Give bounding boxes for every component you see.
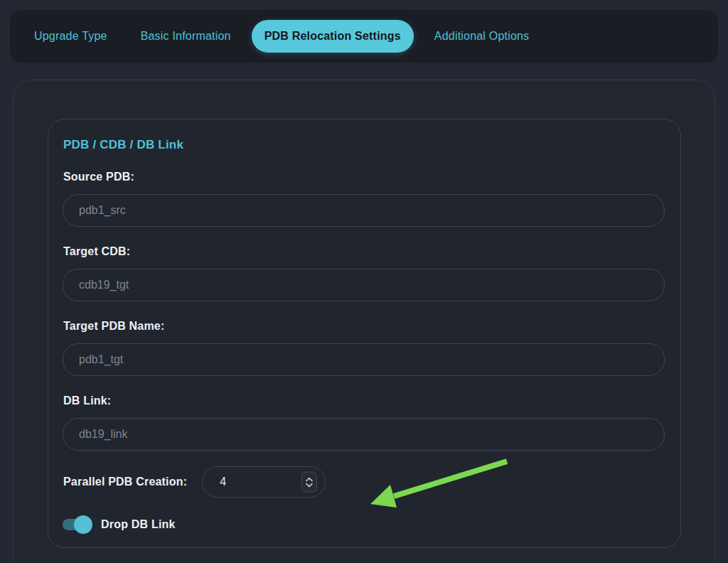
parallel-pdb-row: Parallel PDB Creation: <box>63 466 665 498</box>
target-cdb-input[interactable] <box>63 269 665 301</box>
tab-pdb-relocation-settings[interactable]: PDB Relocation Settings <box>252 20 414 53</box>
parallel-pdb-spinner[interactable] <box>202 466 326 498</box>
section-title: PDB / CDB / DB Link <box>63 138 665 152</box>
source-pdb-label: Source PDB: <box>63 171 665 183</box>
parallel-pdb-label: Parallel PDB Creation: <box>63 476 187 488</box>
pdb-cdb-dblink-card: PDB / CDB / DB Link Source PDB: Target C… <box>48 119 681 548</box>
chevron-up-icon[interactable] <box>306 477 313 481</box>
db-link-label: DB Link: <box>63 395 665 407</box>
tab-additional-options[interactable]: Additional Options <box>422 20 542 53</box>
tab-upgrade-type[interactable]: Upgrade Type <box>21 20 120 53</box>
target-cdb-label: Target CDB: <box>63 245 665 258</box>
toggle-knob[interactable] <box>74 515 92 534</box>
stepper-control[interactable] <box>301 472 317 493</box>
target-pdb-name-label: Target PDB Name: <box>63 320 665 333</box>
tab-basic-information[interactable]: Basic Information <box>128 20 244 53</box>
target-pdb-name-input[interactable] <box>63 343 665 376</box>
drop-db-link-row: Drop DB Link <box>63 515 665 535</box>
wizard-tab-bar: Upgrade Type Basic Information PDB Reloc… <box>10 10 718 63</box>
drop-db-link-toggle[interactable] <box>63 515 92 535</box>
source-pdb-input[interactable] <box>63 194 665 227</box>
drop-db-link-label: Drop DB Link <box>101 518 176 531</box>
chevron-down-icon[interactable] <box>306 483 313 487</box>
db-link-input[interactable] <box>63 418 665 451</box>
